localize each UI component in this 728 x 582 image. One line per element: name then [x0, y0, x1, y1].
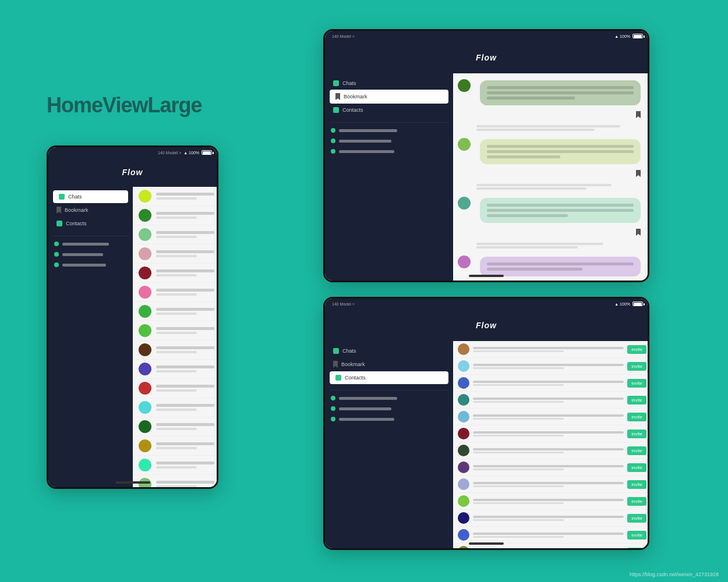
nav-bookmark-d3[interactable]: Bookmark [327, 357, 451, 371]
info-icon-d1 [54, 262, 59, 267]
sep-line-2 [476, 129, 595, 131]
contact-line-sub [156, 351, 197, 353]
avatar [139, 286, 151, 299]
contact-lines [473, 431, 624, 436]
contact-lines [156, 212, 214, 219]
list-item: invite [453, 459, 649, 476]
avatar [139, 401, 151, 414]
avatar [139, 190, 151, 203]
contact-lines [156, 193, 214, 200]
contact-lines [156, 442, 214, 449]
app-title-d1: Flow [122, 168, 143, 177]
menu-gear-d2[interactable] [325, 136, 453, 146]
nav-chats-label-d1: Chats [68, 194, 82, 200]
bell-icon-d1 [54, 242, 59, 246]
list-item: invite [453, 493, 649, 510]
status-bar-d2: 140 Model > ▲ 100% [325, 31, 648, 41]
nav-bookmark-d2[interactable]: Bookmark [330, 90, 448, 104]
contact-name-line [473, 482, 624, 484]
contact-line-name [156, 404, 214, 407]
invite-button[interactable]: invite [627, 430, 646, 438]
nav-contacts-label-d2: Contacts [342, 107, 363, 113]
invite-button[interactable]: invite [627, 531, 646, 540]
avatar [458, 343, 469, 355]
list-item: invite [453, 358, 649, 375]
sidebar-d2: Chats Bookmark Contacts [325, 73, 453, 281]
bookmark-icon-d2 [335, 93, 340, 100]
contact-line-sub [156, 466, 197, 469]
menu-settings-d1[interactable] [48, 249, 133, 260]
invite-button[interactable]: invite [627, 548, 646, 549]
content-d1 [133, 187, 218, 487]
menu-info-d1[interactable] [48, 260, 133, 270]
contact-name-line [473, 347, 624, 349]
nav-bookmark-label-d1: Bookmark [65, 207, 89, 213]
avatar [139, 343, 151, 356]
bl4 [487, 145, 634, 148]
contact-name-line [473, 533, 624, 535]
contact-lines [156, 289, 214, 296]
invite-button[interactable]: invite [627, 362, 646, 371]
invite-button[interactable]: invite [627, 345, 646, 354]
contact-line-sub [156, 485, 197, 487]
nav-chats-d2[interactable]: Chats [327, 77, 451, 90]
invite-button[interactable]: invite [627, 480, 646, 489]
contact-line-sub [156, 428, 197, 430]
content-d2 [453, 73, 649, 281]
nav-chats-d1[interactable]: Chats [53, 190, 128, 203]
battery-d1 [202, 150, 212, 155]
contact-sub-line [473, 536, 564, 538]
bookmark-2 [636, 170, 641, 177]
invite-button[interactable]: invite [627, 396, 646, 404]
avatar [458, 462, 469, 473]
sep-3 [453, 242, 649, 250]
avatar [458, 411, 469, 423]
avatar [458, 360, 469, 372]
nav-contacts-d2[interactable]: Contacts [327, 104, 451, 116]
app-header-d2: Flow [325, 41, 648, 73]
invite-button[interactable]: invite [627, 514, 646, 523]
nav-contacts-d1[interactable]: Contacts [51, 217, 130, 230]
contacts-icon-d1 [56, 221, 62, 226]
contacts-icon-d2 [333, 107, 339, 113]
menu-bell-d2[interactable] [325, 125, 453, 136]
invite-button[interactable]: invite [627, 463, 646, 472]
menu-info-d3[interactable] [325, 414, 453, 424]
contact-name-line [473, 448, 624, 450]
contact-name-line [473, 431, 624, 434]
list-item [133, 398, 218, 417]
nav-chats-label-d3: Chats [342, 348, 356, 354]
nav-chats-d3[interactable]: Chats [327, 345, 451, 357]
home-bar-d1 [115, 481, 150, 484]
battery-d3 [632, 301, 643, 306]
menu-bell-d3[interactable] [325, 393, 453, 403]
bl9 [487, 214, 568, 217]
menu-info-d2[interactable] [325, 146, 453, 157]
invite-button[interactable]: invite [627, 497, 646, 506]
nav-contacts-d3[interactable]: Contacts [330, 371, 448, 384]
bookmark-marker-2 [474, 169, 646, 180]
sidebar-divider-d2 [330, 122, 448, 123]
contact-lines [156, 308, 214, 315]
invite-button[interactable]: invite [627, 446, 646, 455]
menu-gear-d3[interactable] [325, 403, 453, 414]
contact-line-name [156, 346, 214, 349]
contact-sub-line [473, 367, 564, 369]
time-d2: 140 Model > [332, 34, 355, 38]
list-item: invite [453, 442, 649, 459]
contact-sub-line [473, 452, 564, 453]
bubble-container-1 [474, 76, 646, 122]
menu-notifications-d1[interactable] [48, 239, 133, 249]
invite-button[interactable]: invite [627, 413, 646, 421]
contact-lines [473, 364, 624, 369]
battery-d2 [632, 34, 643, 38]
contact-lines [156, 481, 214, 487]
app-title-d3: Flow [476, 321, 497, 330]
avatar [139, 439, 151, 452]
sep-line-5 [476, 243, 603, 245]
nav-bookmark-d1[interactable]: Bookmark [51, 203, 130, 217]
app-title-d2: Flow [476, 53, 497, 62]
invite-button[interactable]: invite [627, 379, 646, 388]
list-item: invite [453, 476, 649, 493]
sep-line-4 [476, 187, 586, 190]
